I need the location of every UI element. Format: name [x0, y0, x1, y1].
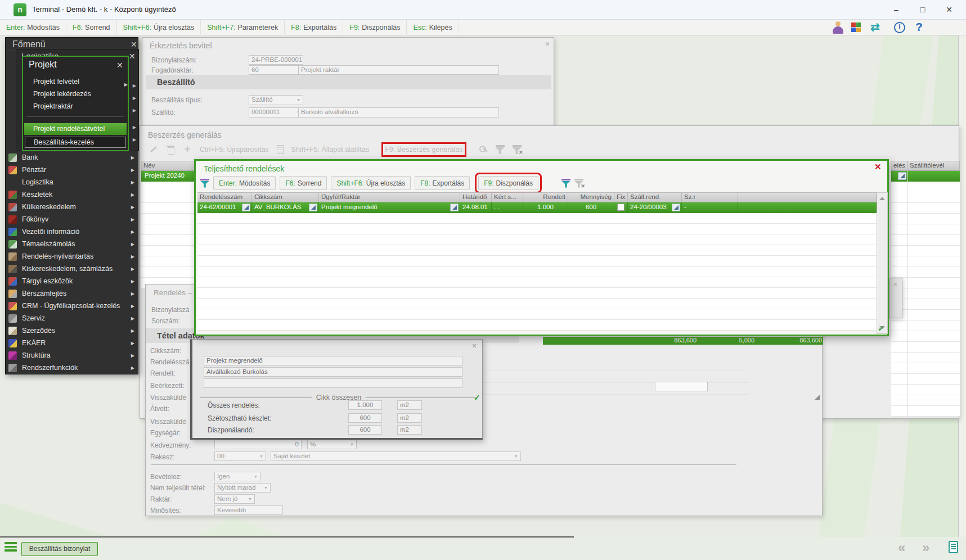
maximize-button[interactable]: □: [910, 0, 936, 20]
order-cell-sz-r[interactable]: -: [682, 202, 738, 213]
main-toolbar-item-sorrend[interactable]: F6:Sorrend: [66, 20, 117, 35]
add-icon[interactable]: +: [183, 145, 192, 154]
generate-procurement-button[interactable]: F9: Beszerzés generálás: [385, 146, 462, 153]
order-cell-sz-ll-rend[interactable]: 24-20/00003: [628, 202, 682, 213]
popup-toolbar-jra-eloszt-s[interactable]: Shift+F6:Újra elosztás: [331, 176, 411, 190]
nev-column-header[interactable]: Név: [141, 161, 195, 171]
filter-sort-icon[interactable]: [561, 179, 570, 188]
info-icon[interactable]: i: [894, 22, 905, 33]
nav-previous-icon[interactable]: «: [898, 540, 905, 556]
kedvezmeny-unit-select[interactable]: %▼: [307, 440, 357, 449]
nav-next-icon[interactable]: »: [922, 540, 929, 556]
close-icon[interactable]: ✕: [874, 163, 882, 171]
close-icon[interactable]: ×: [472, 342, 477, 350]
filter-icon[interactable]: [200, 179, 209, 188]
customer-field[interactable]: Projekt megrendelő: [204, 356, 462, 365]
rekesz-code-select[interactable]: 00▼: [214, 451, 266, 461]
help-icon[interactable]: ?: [915, 20, 923, 34]
popup-toolbar-sorrend[interactable]: F6:Sorrend: [280, 176, 327, 190]
sidebar-item-f-k-nyv[interactable]: Főkönyv▶: [6, 213, 138, 225]
drilldown-icon[interactable]: [450, 204, 459, 211]
orders-table-selected-row[interactable]: 24-62/00001AV_BURKOLÁSProjekt megrendelő…: [197, 202, 877, 213]
fogadoraktar-name-field[interactable]: Projekt raktár: [298, 65, 499, 75]
field-nem-teljes-lt-t-tel[interactable]: Nyitott marad▼: [214, 483, 271, 493]
user-icon[interactable]: [832, 21, 845, 34]
close-icon[interactable]: ✕: [129, 52, 136, 60]
sidebar-item-p-nzt-r[interactable]: Pénztár▶: [6, 164, 138, 176]
order-cell-rendel-ssz-m[interactable]: 24-62/00001: [197, 202, 252, 213]
drilldown-icon[interactable]: [242, 204, 250, 211]
order-cell-gyf-l-rakt-r[interactable]: Projekt megrendelő: [319, 202, 460, 213]
column-header-gyf-l-rakt-r[interactable]: Ügyfél/Raktár: [319, 192, 460, 202]
close-icon[interactable]: ✕: [131, 40, 137, 48]
sidebar-item-b-rsz-mfejt-s[interactable]: Bérszámfejtés▶: [6, 287, 138, 300]
drilldown-icon[interactable]: [672, 204, 680, 211]
empty-field[interactable]: [204, 378, 462, 388]
totals-value-sz-toszthat-k-szlet[interactable]: 600: [348, 413, 382, 423]
order-cell-k-rt-s[interactable]: . .: [492, 202, 523, 213]
sidebar-item-bank[interactable]: Bank▶: [6, 151, 138, 164]
column-header-hat-rid[interactable]: Határidő: [460, 192, 492, 202]
filter-clear-icon[interactable]: ✕: [574, 179, 583, 188]
close-icon[interactable]: ×: [893, 281, 897, 288]
bizonylatszam-field[interactable]: 24-PRBE-000001: [249, 55, 303, 65]
field-rakt-r[interactable]: Nem jó▼: [214, 494, 255, 504]
edit-icon[interactable]: [149, 145, 158, 154]
sidebar-item-szerviz[interactable]: Szerviz▶: [6, 312, 138, 324]
tab-beszallitas-bizonylat[interactable]: Beszállítás bizonylat: [21, 542, 98, 556]
delete-icon[interactable]: [166, 145, 175, 154]
rekesz-name-field[interactable]: Saját készlet▼: [271, 451, 521, 461]
apps-grid-icon[interactable]: [851, 22, 861, 32]
drilldown-icon[interactable]: [898, 172, 906, 180]
sidebar-item-k-lkereskedelem[interactable]: Külkereskedelem▶: [6, 201, 138, 213]
wrench-icon[interactable]: [479, 145, 488, 154]
column-header-cikksz-m[interactable]: Cikkszám: [252, 192, 319, 202]
close-window-button[interactable]: ✕: [936, 0, 962, 20]
menu-item-projekt-felv-tel[interactable]: Projekt felvétel▶: [33, 76, 129, 87]
column-header-sz-ll-rend[interactable]: Száll.rend: [628, 192, 682, 202]
vertical-scrollbar[interactable]: [877, 192, 888, 334]
main-toolbar-item-kil-p-s[interactable]: Esc:Kilépés: [407, 20, 459, 35]
main-toolbar-item-jra-eloszt-s[interactable]: Shift+F6:Újra elosztás: [117, 20, 201, 35]
project-row[interactable]: Projekt 20240: [141, 171, 195, 182]
sidebar-item-rendel-s-nyilv-ntart-s[interactable]: Rendelés-nyilvántartás▶: [6, 250, 138, 263]
right-table-selected-row[interactable]: [891, 171, 960, 182]
sidebar-item-vezet-i-inform-ci[interactable]: Vezetői információ▶: [6, 225, 138, 238]
field-min-s-t-s[interactable]: Kevesebb: [214, 505, 283, 515]
item-name-field[interactable]: Alvállalkozó Burkolás: [204, 367, 462, 377]
minimize-button[interactable]: –: [883, 0, 909, 20]
close-icon[interactable]: ✕: [116, 61, 123, 69]
order-cell-hat-rid[interactable]: 24.08.01: [460, 202, 492, 213]
transfer-arrows-icon[interactable]: ⇄: [870, 20, 880, 34]
sidebar-item-kiskereskedelem-sz-ml-z-s[interactable]: Kiskereskedelem, számlázás▶: [6, 263, 138, 275]
column-header-rendelt[interactable]: Rendelt: [523, 192, 568, 202]
confirm-check-icon[interactable]: ✓: [474, 393, 480, 402]
order-cell-cikksz-m[interactable]: AV_BURKOLÁS: [252, 202, 319, 213]
field-bev-telez[interactable]: Igen▼: [214, 472, 260, 481]
menu-item-beszallitas-kezeles[interactable]: Beszállítás-kezelés: [25, 137, 126, 148]
sidebar-item-t-maelsz-mol-s[interactable]: Témaelszámolás▶: [6, 238, 138, 250]
menu-item-projekt-rendelesatvetel[interactable]: Projekt rendelésátvétel: [24, 123, 127, 135]
sidebar-item-rendszerfunkci-k[interactable]: Rendszerfunkciók▶: [6, 362, 138, 374]
order-cell-mennyis-g[interactable]: 600: [568, 202, 614, 213]
main-toolbar-item-param-terek[interactable]: Shift+F7:Paraméterek: [201, 20, 285, 35]
szallito-code-select[interactable]: 00000011▼: [249, 107, 303, 118]
menu-item-projekt-lek-rdez-s[interactable]: Projekt lekérdezés: [33, 88, 129, 100]
column-header-k-rt-s[interactable]: Kért s...: [492, 192, 523, 202]
sidebar-item-k-szletek[interactable]: Készletek▶: [6, 188, 138, 201]
order-cell-rendelt[interactable]: 1.000: [523, 202, 568, 213]
sidebar-item-szerz-d-s[interactable]: Szerződés▶: [6, 324, 138, 337]
document-icon[interactable]: [277, 145, 284, 154]
background-empty-field[interactable]: [655, 382, 708, 391]
szallito-name-field[interactable]: Burkoló alvállalkozó: [298, 107, 499, 118]
column-header-fix[interactable]: Fix: [614, 192, 628, 202]
filter-icon[interactable]: [496, 145, 505, 154]
column-header-filler[interactable]: [738, 192, 877, 202]
column-header-rendel-ssz-m[interactable]: Rendelésszám: [197, 192, 252, 202]
sidebar-item-logisztika[interactable]: Logisztika▶: [6, 176, 138, 188]
rematch-button[interactable]: Ctrl+F5: Újrapárosítás: [200, 146, 269, 153]
sidebar-item-t-rgyi-eszk-z-k[interactable]: Tárgyi eszközök▶: [6, 275, 138, 287]
fogadoraktar-code-field[interactable]: 60: [249, 65, 303, 75]
close-icon[interactable]: ×: [545, 40, 550, 48]
column-header-sz-r[interactable]: Sz.r: [682, 192, 738, 202]
